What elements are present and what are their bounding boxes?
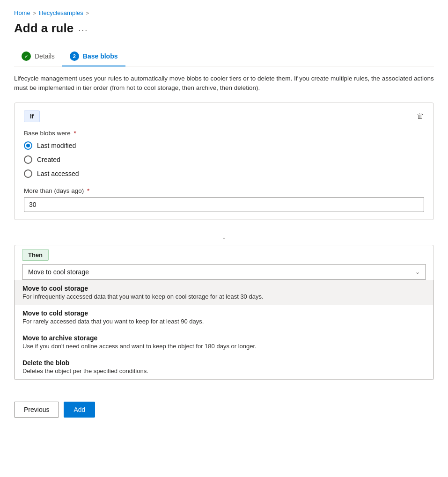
breadcrumb-home[interactable]: Home (14, 9, 30, 16)
required-star-1: * (74, 130, 76, 137)
days-ago-input[interactable] (24, 197, 424, 212)
radio-last-modified-label: Last modified (37, 142, 76, 149)
if-section-header: If 🗑 (24, 110, 424, 122)
option-cool-storage[interactable]: Move to cool storage For infrequently ac… (15, 280, 433, 305)
if-badge: If (24, 110, 40, 122)
radio-last-modified[interactable]: Last modified (24, 141, 424, 150)
then-section-card: Then Move to cool storage ⌄ Move to cool… (14, 245, 434, 380)
radio-last-modified-input[interactable] (24, 141, 32, 150)
title-menu-icon[interactable]: ... (78, 23, 88, 33)
if-section-card: If 🗑 Base blobs were * Last modified Cre… (14, 103, 434, 220)
required-star-2: * (87, 187, 89, 194)
tab-base-blobs[interactable]: 2 Base blobs (62, 47, 125, 66)
option-cool-desc: For infrequently accessed data that you … (22, 293, 426, 300)
option-cold-title: Move to cold storage (22, 309, 426, 317)
footer: Previous Add (14, 394, 434, 418)
breadcrumb-lifecycle[interactable]: lifecyclesamples (39, 9, 83, 16)
breadcrumb-chevron-1: > (33, 10, 36, 16)
page-description: Lifecycle management uses your rules to … (14, 74, 434, 93)
page-title-row: Add a rule ... (14, 21, 434, 36)
page-title: Add a rule (14, 21, 73, 36)
option-cold-desc: For rarely accessed data that you want t… (22, 318, 426, 325)
tab-base-blobs-label: Base blobs (83, 52, 118, 60)
tab-details-label: Details (35, 52, 55, 60)
delete-icon[interactable]: 🗑 (417, 112, 424, 120)
option-cool-title: Move to cool storage (22, 285, 426, 292)
add-button[interactable]: Add (64, 402, 95, 418)
radio-last-accessed[interactable]: Last accessed (24, 169, 424, 178)
down-arrow-icon: ↓ (222, 231, 226, 241)
radio-created[interactable]: Created (24, 155, 424, 164)
action-dropdown[interactable]: Move to cool storage ⌄ (22, 264, 426, 280)
radio-last-accessed-label: Last accessed (37, 170, 79, 177)
radio-group: Last modified Created Last accessed (24, 141, 424, 178)
radio-last-accessed-input[interactable] (24, 169, 32, 178)
radio-created-label: Created (37, 156, 60, 163)
radio-created-input[interactable] (24, 155, 32, 164)
tab-base-blobs-number-icon: 2 (70, 51, 79, 61)
then-badge: Then (22, 249, 49, 261)
option-cold-storage[interactable]: Move to cold storage For rarely accessed… (15, 305, 433, 330)
base-blobs-were-label: Base blobs were * (24, 130, 424, 137)
chevron-down-icon: ⌄ (415, 269, 420, 275)
days-ago-label: More than (days ago) * (24, 187, 424, 194)
option-delete-title: Delete the blob (22, 359, 426, 367)
breadcrumb: Home > lifecyclesamples > (14, 9, 434, 16)
option-delete-blob[interactable]: Delete the blob Deletes the object per t… (15, 354, 433, 379)
option-delete-desc: Deletes the object per the specified con… (22, 367, 426, 374)
dropdown-options-list: Move to cool storage For infrequently ac… (15, 280, 433, 380)
tabs-container: ✓ Details 2 Base blobs (14, 47, 434, 66)
then-section-header: Then (15, 245, 433, 264)
dropdown-value: Move to cool storage (28, 268, 89, 276)
previous-button[interactable]: Previous (14, 402, 59, 418)
tab-details[interactable]: ✓ Details (14, 47, 62, 66)
option-archive-desc: Use if you don't need online access and … (22, 343, 426, 350)
arrow-connector: ↓ (14, 227, 434, 245)
option-archive-title: Move to archive storage (22, 334, 426, 342)
dropdown-container: Move to cool storage ⌄ (15, 264, 433, 280)
tab-details-check-icon: ✓ (22, 51, 31, 61)
breadcrumb-chevron-2: > (86, 10, 89, 16)
option-archive-storage[interactable]: Move to archive storage Use if you don't… (15, 330, 433, 354)
